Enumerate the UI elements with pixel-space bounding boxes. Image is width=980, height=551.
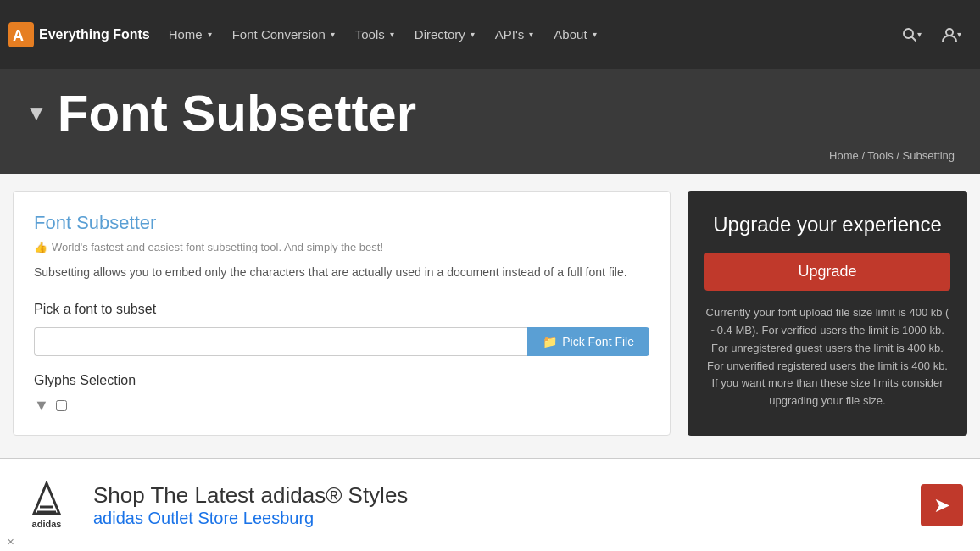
thumbs-up-icon: 👍	[34, 241, 47, 253]
caret-apis: ▾	[529, 30, 533, 39]
caret-tools: ▾	[390, 30, 394, 39]
upgrade-title: Upgrade your experience	[704, 211, 950, 237]
expand-icon[interactable]: ▼	[34, 397, 49, 415]
checkbox-row	[56, 400, 67, 411]
nav-item-about[interactable]: About ▾	[543, 0, 606, 69]
page-header: ▼ Font Subsetter Home / Tools / Subsetti…	[0, 69, 980, 174]
tagline: 👍 World's fastest and easiest font subse…	[34, 241, 649, 253]
file-input[interactable]	[34, 327, 527, 356]
main-nav: A Everything Fonts Home ▾ Font Conversio…	[0, 0, 980, 69]
nav-item-home[interactable]: Home ▾	[159, 0, 222, 69]
caret-about: ▾	[593, 30, 597, 39]
file-pick-row: 📁 Pick Font File	[34, 327, 649, 356]
right-card: Upgrade your experience Upgrade Currentl…	[688, 191, 967, 436]
upgrade-description: Currently your font upload file size lim…	[704, 304, 950, 410]
brand-icon: A	[8, 22, 34, 47]
caret-home: ▾	[208, 30, 212, 39]
left-card: Font Subsetter 👍 World's fastest and eas…	[13, 191, 671, 436]
description: Subsetting allows you to embed only the …	[34, 264, 649, 281]
nav-item-tools[interactable]: Tools ▾	[345, 0, 404, 69]
caret-font-conversion: ▾	[331, 30, 335, 39]
user-button[interactable]: ▾	[932, 0, 972, 69]
nav-item-font-conversion[interactable]: Font Conversion ▾	[222, 0, 345, 69]
caret-directory: ▾	[471, 30, 475, 39]
nav-right: ▾ ▾	[892, 0, 972, 69]
nav-label-about: About	[554, 27, 587, 42]
upgrade-button[interactable]: Upgrade	[704, 253, 950, 291]
search-icon	[902, 27, 917, 42]
nav-label-tools: Tools	[355, 27, 385, 42]
svg-text:A: A	[13, 27, 24, 44]
nav-item-directory[interactable]: Directory ▾	[404, 0, 485, 69]
filter-icon: ▼	[25, 100, 47, 126]
nav-label-directory: Directory	[415, 27, 465, 42]
nav-label-font-conversion: Font Conversion	[232, 27, 326, 42]
svg-line-3	[912, 36, 916, 41]
user-icon	[942, 27, 957, 42]
card-title: Font Subsetter	[34, 212, 649, 234]
pick-file-icon: 📁	[543, 335, 557, 348]
nav-label-apis: API's	[495, 27, 525, 42]
page-title-row: ▼ Font Subsetter	[25, 84, 955, 142]
glyphs-label: Glyphs Selection	[34, 373, 649, 388]
brand-link[interactable]: A Everything Fonts	[8, 22, 150, 47]
search-caret: ▾	[917, 30, 922, 39]
glyphs-checkbox[interactable]	[56, 400, 67, 411]
breadcrumb: Home / Tools / Subsetting	[25, 149, 955, 162]
expand-row: ▼	[34, 397, 649, 415]
nav-item-apis[interactable]: API's ▾	[485, 0, 544, 69]
brand-text: Everything Fonts	[39, 27, 150, 42]
search-button[interactable]: ▾	[892, 0, 932, 69]
svg-point-4	[946, 29, 953, 36]
user-caret: ▾	[957, 30, 961, 39]
pick-font-label: Pick a font to subset	[34, 302, 649, 317]
page-title: Font Subsetter	[58, 84, 416, 142]
nav-label-home: Home	[169, 27, 203, 42]
main-content: Font Subsetter 👍 World's fastest and eas…	[0, 174, 980, 453]
pick-font-button[interactable]: 📁 Pick Font File	[527, 327, 649, 356]
